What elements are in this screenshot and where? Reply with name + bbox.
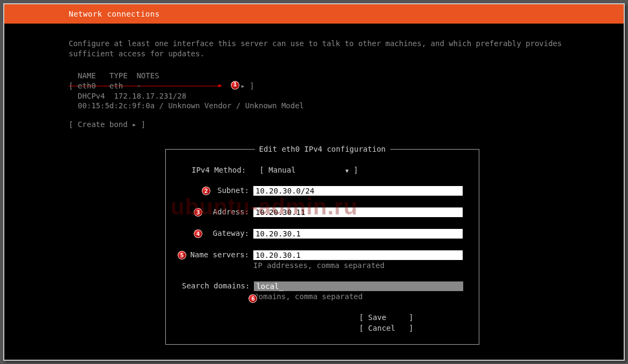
interface-dhcp-line: DHCPv4 172.18.17.231/28 [69, 91, 624, 101]
nameservers-input[interactable]: 10.20.30.1 [253, 250, 463, 260]
address-input[interactable]: 10.20.30.11 [253, 207, 463, 217]
page-title: Network connections [4, 4, 624, 24]
annotation-badge-5: 5 [177, 250, 187, 261]
ipv4-method-row: IPv4 Method: [ Manual ▼ ] [192, 166, 463, 174]
cancel-button[interactable]: [ Cancel ] [359, 323, 463, 334]
edit-ipv4-dialog: Edit eth0 IPv4 configuration IPv4 Method… [165, 149, 479, 345]
nameservers-label: Name servers: [182, 250, 253, 259]
annotation-badge-4: 4 [193, 228, 203, 239]
chevron-down-icon: ▼ [346, 168, 349, 174]
annotation-badge-2: 2 [201, 185, 211, 196]
ipv4-method-label: IPv4 Method: [192, 166, 246, 174]
description-text: Configure at least one interface this se… [69, 39, 605, 59]
subnet-label: Subnet: [182, 186, 253, 195]
interface-mac-line: 00:15:5d:2c:9f:0a / Unknown Vendor / Unk… [69, 101, 624, 111]
dialog-title: Edit eth0 IPv4 configuration [254, 145, 390, 153]
subnet-input[interactable]: 10.20.30.0/24 [253, 186, 463, 196]
ipv4-method-select[interactable]: Manual ▼ [268, 166, 349, 174]
save-button[interactable]: [ Save ] [359, 313, 463, 323]
columns-header: NAME TYPE NOTES [69, 71, 624, 81]
searchdomains-input[interactable]: local_ [254, 281, 463, 291]
annotation-badge-3: 3 [193, 207, 203, 218]
gateway-input[interactable]: 10.20.30.1 [253, 229, 463, 239]
annotation-badge-6: 6 [247, 293, 258, 304]
searchdomains-label: Search domains: [182, 281, 254, 290]
create-bond-button[interactable]: [ Create bond ▸ ] [69, 120, 624, 130]
nameservers-hint: IP addresses, comma separated [253, 261, 463, 270]
title-text: Network connections [69, 10, 160, 18]
searchdomains-hint: Domains, comma separated [254, 292, 463, 301]
interface-eth0-row[interactable]: [ eth0 eth - ▸ ] [69, 81, 254, 90]
